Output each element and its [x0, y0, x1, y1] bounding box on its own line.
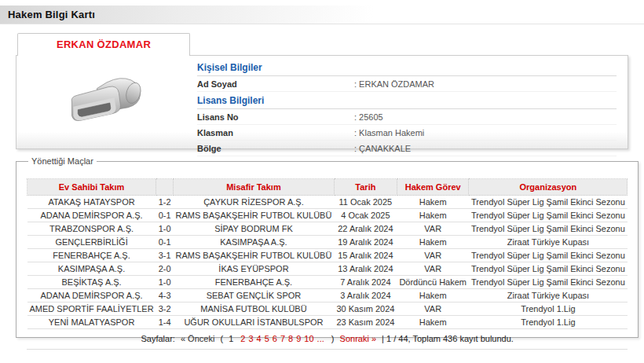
pagination-page-link[interactable]: 8: [288, 334, 293, 343]
col-organization: Organizasyon: [469, 179, 628, 196]
match-score-link[interactable]: 3-1: [156, 249, 174, 262]
pagination-label: Sayfalar:: [141, 334, 174, 343]
pagination-page-link[interactable]: 7: [280, 334, 285, 343]
personal-info-heading: Kişisel Bilgiler: [197, 59, 617, 76]
pagination-page-link[interactable]: 6: [273, 334, 277, 343]
match-organization: Trendyol Süper Lig Şamil Ekinci Sezonu: [469, 196, 628, 209]
match-row: TRABZONSPOR A.Ş.1-0SİPAY BODRUM FK22 Ara…: [27, 222, 628, 236]
match-score-link[interactable]: 2-0: [156, 262, 174, 276]
match-organization: Trendyol Süper Lig Şamil Ekinci Sezonu: [469, 249, 628, 262]
match-date: 3 Aralık 2024: [334, 289, 397, 302]
match-date: 23 Kasım 2024: [334, 316, 397, 329]
match-row: KASIMPAŞA A.Ş.2-0İKAS EYÜPSPOR13 Aralık …: [27, 262, 628, 276]
match-row: FENERBAHÇE A.Ş.3-1RAMS BAŞAKŞEHİR FUTBOL…: [27, 249, 628, 262]
matches-fieldset: Yönettiği Maçlar Ev Sahibi Takım Misafir…: [16, 156, 639, 338]
pagination: Sayfalar: « Önceki ( 1 2345678910... ) S…: [27, 329, 628, 350]
match-row: AMED SPORTİF FAALİYETLER3-2MANİSA FUTBOL…: [27, 302, 628, 316]
match-score-link[interactable]: 0-1: [156, 236, 174, 249]
match-score-link[interactable]: 1-4: [156, 316, 174, 329]
match-score-link[interactable]: 1-0: [156, 276, 174, 289]
match-row: ADANA DEMİRSPOR A.Ş.0-1RAMS BAŞAKŞEHİR F…: [27, 209, 628, 222]
match-score-link[interactable]: 1-2: [156, 196, 174, 209]
home-team-link[interactable]: AMED SPORTİF FAALİYETLER: [27, 302, 156, 316]
field-value: : 25605: [354, 112, 383, 122]
pagination-page-link[interactable]: 5: [265, 334, 269, 343]
match-duty: Hakem: [397, 196, 469, 209]
license-info-heading: Lisans Bilgileri: [197, 92, 617, 109]
match-duty: Dördüncü Hakem: [397, 276, 469, 289]
col-home-team: Ev Sahibi Takım: [27, 179, 156, 196]
pagination-page-link[interactable]: 4: [257, 334, 262, 343]
match-duty: VAR: [397, 222, 469, 236]
match-organization: Trendyol Süper Lig Şamil Ekinci Sezonu: [469, 222, 628, 236]
matches-tbody: ATAKAŞ HATAYSPOR1-2ÇAYKUR RİZESPOR A.Ş.1…: [27, 196, 628, 329]
referee-card-body: Kişisel Bilgiler Ad Soyad : ERKAN ÖZDAMA…: [16, 55, 628, 149]
home-team-link[interactable]: GENÇLERBİRLİĞİ: [27, 236, 156, 249]
col-away-team: Misafir Takım: [174, 179, 335, 196]
match-duty: Hakem: [397, 236, 469, 249]
field-label: Klasman: [197, 128, 354, 138]
away-team-link[interactable]: SEBAT GENÇLİK SPOR: [174, 289, 335, 302]
away-team-link[interactable]: RAMS BAŞAKŞEHİR FUTBOL KULÜBÜ: [174, 209, 335, 222]
home-team-link[interactable]: FENERBAHÇE A.Ş.: [27, 249, 156, 262]
field-label: Lisans No: [197, 112, 354, 122]
home-team-link[interactable]: ATAKAŞ HATAYSPOR: [27, 196, 156, 209]
matches-legend: Yönettiği Maçlar: [28, 156, 97, 166]
match-row: ADANA DEMİRSPOR A.Ş.4-3SEBAT GENÇLİK SPO…: [27, 289, 628, 302]
home-team-link[interactable]: ADANA DEMİRSPOR A.Ş.: [27, 289, 156, 302]
home-team-link[interactable]: BEŞİKTAŞ A.Ş.: [27, 276, 156, 289]
match-duty: VAR: [397, 262, 469, 276]
col-date: Tarih: [334, 179, 397, 196]
match-organization: Trendyol 1.Lig: [469, 302, 628, 316]
away-team-link[interactable]: İKAS EYÜPSPOR: [174, 262, 335, 276]
referee-info-panel: Kişisel Bilgiler Ad Soyad : ERKAN ÖZDAMA…: [197, 59, 617, 156]
col-duty: Hakem Görev: [397, 179, 469, 196]
pagination-previous[interactable]: « Önceki: [181, 334, 214, 343]
away-team-link[interactable]: KASIMPAŞA A.Ş.: [174, 236, 335, 249]
away-team-link[interactable]: SİPAY BODRUM FK: [174, 222, 335, 236]
home-team-link[interactable]: ADANA DEMİRSPOR A.Ş.: [27, 209, 156, 222]
pagination-page-link[interactable]: 9: [296, 334, 301, 343]
match-score-link[interactable]: 3-2: [156, 302, 174, 316]
pagination-open-paren: (: [220, 334, 223, 343]
match-organization: Ziraat Türkiye Kupası: [469, 289, 628, 302]
field-value: : Klasman Hakemi: [354, 128, 424, 138]
match-date: 30 Kasım 2024: [334, 302, 397, 316]
match-date: 11 Ocak 2025: [334, 196, 397, 209]
field-value: : ERKAN ÖZDAMAR: [354, 79, 434, 89]
pagination-pages: 2345678910...: [239, 334, 325, 343]
pagination-page-link[interactable]: 10: [304, 334, 313, 343]
match-organization: Trendyol Süper Lig Şamil Ekinci Sezonu: [469, 276, 628, 289]
page-title: Hakem Bilgi Kartı: [0, 6, 644, 24]
pagination-next[interactable]: Sonraki »: [340, 334, 376, 343]
home-team-link[interactable]: YENİ MALATYASPOR: [27, 316, 156, 329]
match-score-link[interactable]: 4-3: [156, 289, 174, 302]
match-row: BEŞİKTAŞ A.Ş.1-0FENERBAHÇE A.Ş.7 Aralık …: [27, 276, 628, 289]
match-duty: Hakem: [397, 209, 469, 222]
home-team-link[interactable]: TRABZONSPOR A.Ş.: [27, 222, 156, 236]
matches-header-row: Ev Sahibi Takım Misafir Takım Tarih Hake…: [27, 179, 628, 196]
match-score-link[interactable]: 0-1: [156, 209, 174, 222]
away-team-link[interactable]: ÇAYKUR RİZESPOR A.Ş.: [174, 196, 335, 209]
match-score-link[interactable]: 1-0: [156, 222, 174, 236]
pagination-page-link[interactable]: 2: [240, 334, 245, 343]
match-date: 7 Aralık 2024: [334, 276, 397, 289]
match-row: YENİ MALATYASPOR1-4UĞUR OKULLARI İSTANBU…: [27, 316, 628, 329]
field-row-lisans-no: Lisans No : 25605: [197, 109, 617, 125]
field-row-ad-soyad: Ad Soyad : ERKAN ÖZDAMAR: [197, 76, 617, 92]
match-date: 13 Aralık 2024: [334, 262, 397, 276]
away-team-link[interactable]: MANİSA FUTBOL KULÜBÜ: [174, 302, 335, 316]
whistle-icon: [61, 72, 152, 133]
pagination-page-link[interactable]: ...: [317, 334, 324, 343]
home-team-link[interactable]: KASIMPAŞA A.Ş.: [27, 262, 156, 276]
away-team-link[interactable]: UĞUR OKULLARI İSTANBULSPOR: [174, 316, 335, 329]
pagination-current-page: 1: [229, 334, 233, 343]
field-row-klasman: Klasman : Klasman Hakemi: [197, 125, 617, 141]
referee-name-tab[interactable]: ERKAN ÖZDAMAR: [17, 33, 190, 56]
match-organization: Trendyol Süper Lig Şamil Ekinci Sezonu: [469, 262, 628, 276]
match-row: GENÇLERBİRLİĞİ0-1KASIMPAŞA A.Ş.19 Aralık…: [27, 236, 628, 249]
pagination-page-link[interactable]: 3: [248, 334, 253, 343]
away-team-link[interactable]: FENERBAHÇE A.Ş.: [174, 276, 335, 289]
away-team-link[interactable]: RAMS BAŞAKŞEHİR FUTBOL KULÜBÜ: [174, 249, 335, 262]
match-date: 22 Aralık 2024: [334, 222, 397, 236]
